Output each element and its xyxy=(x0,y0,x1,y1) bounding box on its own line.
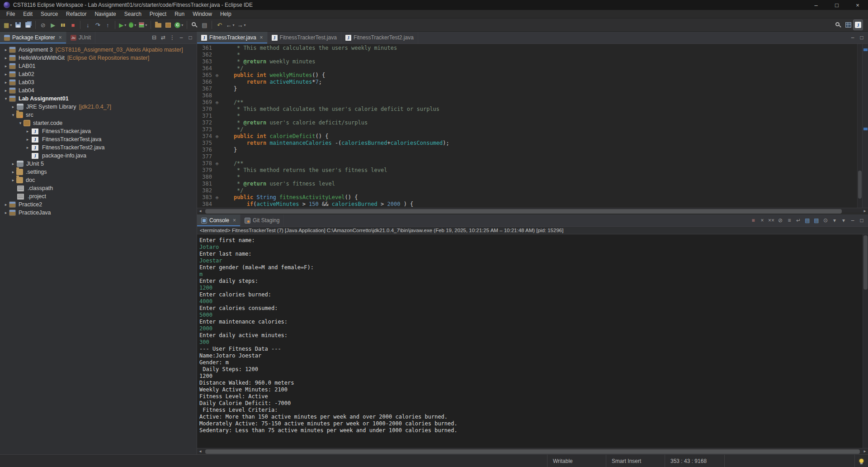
console-tab-console[interactable]: Console× xyxy=(197,214,241,226)
terminate-button[interactable]: ■ xyxy=(68,19,78,30)
console-hscroll-track[interactable] xyxy=(203,448,862,455)
minimize-button[interactable]: – xyxy=(177,33,186,42)
expand-arrow-icon[interactable]: ▸ xyxy=(3,64,9,68)
console-output-area[interactable]: Enter first name: JotaroEnter last name:… xyxy=(197,234,868,448)
menu-window[interactable]: Window xyxy=(189,10,216,18)
tree-item-lab04[interactable]: ▸Lab04 xyxy=(0,86,197,95)
collapse-arrow-icon[interactable]: ▾ xyxy=(17,121,24,125)
expand-arrow-icon[interactable]: ▸ xyxy=(3,72,9,76)
clear-console-button[interactable]: ⊘ xyxy=(776,216,785,225)
annotation-marker[interactable] xyxy=(863,48,868,51)
annotation-marker[interactable] xyxy=(863,128,868,130)
console-vscroll-thumb[interactable] xyxy=(863,235,868,290)
fold-marker-icon[interactable]: ⊖ xyxy=(213,133,221,140)
tree-item-helloworldwithgit[interactable]: ▸HelloWorldWithGit[Eclipse Git Repositor… xyxy=(0,54,197,62)
coverage-button[interactable]: ▾ xyxy=(137,19,148,30)
word-wrap-button[interactable]: ↵ xyxy=(794,216,803,225)
editor-tab-fitnesstracker-java[interactable]: FitnessTracker.java× xyxy=(197,32,268,43)
minimize-window-button[interactable]: – xyxy=(806,0,826,10)
menu-file[interactable]: File xyxy=(2,10,19,18)
scroll-left-arrow-icon[interactable]: ◄ xyxy=(197,449,203,453)
terminate-button[interactable]: ■ xyxy=(749,216,758,225)
link-with-editor-button[interactable]: ⇄ xyxy=(159,33,168,42)
java-perspective-button[interactable] xyxy=(853,19,863,30)
remove-launch-button[interactable]: × xyxy=(758,216,767,225)
debug-button[interactable]: ▾ xyxy=(127,19,137,30)
new-package-button[interactable] xyxy=(163,19,173,30)
tree-item-src[interactable]: ▾src xyxy=(0,111,197,119)
display-selected-console-button[interactable]: ▾ xyxy=(830,216,839,225)
explorer-tab-package-explorer[interactable]: Package Explorer× xyxy=(0,32,66,43)
notification-area[interactable] xyxy=(854,455,868,467)
tree-item-doc[interactable]: ▸doc xyxy=(0,176,197,184)
expand-arrow-icon[interactable]: ▸ xyxy=(3,56,9,60)
close-tab-icon[interactable]: × xyxy=(260,34,263,41)
view-menu-button[interactable]: ⋮ xyxy=(168,33,177,42)
open-console-button[interactable]: ▾ xyxy=(839,216,848,225)
tree-item-assignment-3[interactable]: ▸Assignment 3[CST8116_Assignment_03_Alex… xyxy=(0,46,197,54)
search-button[interactable] xyxy=(189,19,199,30)
console-tab-git-staging[interactable]: Git Staging xyxy=(241,214,284,226)
show-console-on-stdout-button[interactable]: ▤ xyxy=(803,216,812,225)
step-return-button[interactable]: ↑ xyxy=(103,19,113,30)
step-over-button[interactable]: ↷ xyxy=(93,19,103,30)
editor-tab-fitnesstrackertest2-java[interactable]: FitnessTrackerTest2.java xyxy=(341,32,418,43)
editor-horizontal-scrollbar[interactable]: ◄ ► xyxy=(197,208,868,214)
open-perspective-button[interactable] xyxy=(843,19,853,30)
scroll-right-arrow-icon[interactable]: ► xyxy=(862,449,868,453)
fold-marker-icon[interactable]: ⊖ xyxy=(213,99,221,106)
code-editor[interactable]: 361 * This method calculates the users w… xyxy=(197,44,868,208)
minimize-button[interactable]: – xyxy=(848,33,857,42)
maximize-window-button[interactable]: □ xyxy=(826,0,847,10)
menu-refactor[interactable]: Refactor xyxy=(62,10,90,18)
tree-item-fitnesstrackertest-java[interactable]: ▸FitnessTrackerTest.java xyxy=(0,135,197,143)
collapse-arrow-icon[interactable]: ▾ xyxy=(10,113,16,117)
editor-vertical-scrollbar[interactable] xyxy=(857,44,862,208)
tree-item-classpath[interactable]: .classpath xyxy=(0,184,197,192)
close-window-button[interactable]: × xyxy=(847,0,868,10)
expand-arrow-icon[interactable]: ▸ xyxy=(10,178,16,182)
code-lines[interactable]: 361 * This method calculates the users w… xyxy=(197,44,857,208)
show-console-on-stderr-button[interactable]: ▤ xyxy=(812,216,821,225)
expand-arrow-icon[interactable]: ▸ xyxy=(24,129,31,133)
maximize-button[interactable]: □ xyxy=(186,33,195,42)
new-class-button[interactable]: ▾ xyxy=(173,19,184,30)
last-edit-location-button[interactable]: ↶ xyxy=(214,19,224,30)
tree-item-settings[interactable]: ▸.settings xyxy=(0,168,197,176)
menu-search[interactable]: Search xyxy=(120,10,146,18)
resume-button[interactable]: ▶ xyxy=(48,19,58,30)
close-tab-icon[interactable]: × xyxy=(233,217,236,224)
back-button[interactable]: ←▾ xyxy=(224,19,236,30)
collapse-all-button[interactable]: ⊟ xyxy=(150,33,159,42)
editor-hscroll-thumb[interactable] xyxy=(205,209,842,214)
skip-all-breakpoints-button[interactable]: ⊘ xyxy=(38,19,48,30)
tree-item-lab01[interactable]: ▸LAB01 xyxy=(0,62,197,70)
tree-item-junit-5[interactable]: ▸JUnit 5 xyxy=(0,160,197,168)
fold-marker-icon[interactable]: ⊖ xyxy=(213,160,221,167)
expand-arrow-icon[interactable]: ▸ xyxy=(10,105,16,109)
expand-arrow-icon[interactable]: ▸ xyxy=(3,210,9,215)
expand-arrow-icon[interactable]: ▸ xyxy=(3,48,9,52)
console-horizontal-scrollbar[interactable]: ◄ ► xyxy=(197,448,868,454)
tree-item-lab03[interactable]: ▸Lab03 xyxy=(0,78,197,86)
tree-item-fitnesstracker-java[interactable]: ▸FitnessTracker.java xyxy=(0,127,197,135)
step-into-button[interactable]: ↓ xyxy=(83,19,93,30)
editor-vscroll-thumb[interactable] xyxy=(858,171,862,199)
pin-console-button[interactable]: ⊙ xyxy=(821,216,830,225)
expand-arrow-icon[interactable]: ▸ xyxy=(10,162,16,166)
tree-item-practicejava[interactable]: ▸PracticeJava xyxy=(0,209,197,217)
editor-tab-fitnesstrackertest-java[interactable]: FitnessTrackerTest.java xyxy=(268,32,341,43)
expand-arrow-icon[interactable]: ▸ xyxy=(10,170,16,174)
remove-all-terminated-launches-button[interactable]: ×× xyxy=(767,216,776,225)
new-java-project-button[interactable] xyxy=(153,19,163,30)
explorer-tab-junit[interactable]: JUnit xyxy=(66,32,95,43)
quick-search-button[interactable] xyxy=(833,19,843,30)
scroll-lock-button[interactable]: ≡ xyxy=(785,216,794,225)
menu-project[interactable]: Project xyxy=(146,10,170,18)
open-task-button[interactable]: ▤ xyxy=(199,19,209,30)
minimize-button[interactable]: – xyxy=(848,216,857,225)
tree-item-lab02[interactable]: ▸Lab02 xyxy=(0,70,197,78)
save-button[interactable] xyxy=(13,19,23,30)
project-tree[interactable]: ▸Assignment 3[CST8116_Assignment_03_Alex… xyxy=(0,44,197,454)
tree-item-fitnesstrackertest2-java[interactable]: ▸FitnessTrackerTest2.java xyxy=(0,143,197,152)
